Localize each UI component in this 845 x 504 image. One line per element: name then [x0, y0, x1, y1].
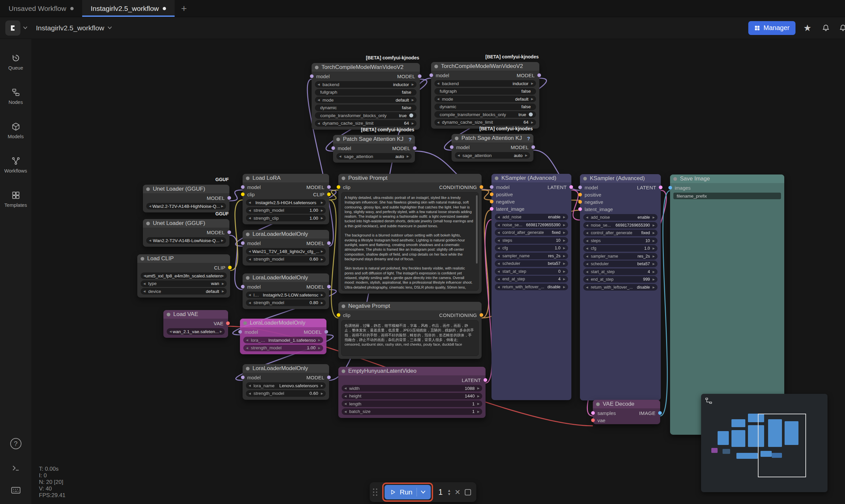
- decrement-arrow-icon[interactable]: ◀: [318, 122, 320, 125]
- increment-arrow-icon[interactable]: ▶: [653, 247, 655, 250]
- widget-mode[interactable]: ◀modedefault▶: [434, 96, 536, 102]
- decrement-arrow-icon[interactable]: ◀: [249, 392, 251, 395]
- decrement-arrow-icon[interactable]: ◀: [339, 155, 341, 158]
- input-slot-clip[interactable]: [337, 313, 340, 317]
- widget-return-with-leftover[interactable]: ◀return_with_leftover_...disable▶: [495, 284, 568, 290]
- collapse-dot-icon[interactable]: [341, 370, 345, 373]
- increment-arrow-icon[interactable]: ▶: [477, 395, 480, 398]
- decrement-arrow-icon[interactable]: ◀: [497, 254, 500, 258]
- widget-type[interactable]: ◀typewan▶: [141, 281, 227, 287]
- increment-arrow-icon[interactable]: ▶: [531, 121, 533, 124]
- node-header[interactable]: Unet Loader (GGUF): [143, 185, 229, 193]
- minimap-viewport[interactable]: [758, 414, 806, 478]
- help-button[interactable]: ?: [10, 438, 21, 449]
- decrement-arrow-icon[interactable]: ◀: [497, 215, 500, 219]
- widget-dynamo-cache-size-limit[interactable]: ◀dynamo_cache_size_limit64▶: [315, 120, 417, 127]
- collapse-dot-icon[interactable]: [596, 402, 600, 406]
- node-header[interactable]: Load CLIP: [137, 254, 230, 263]
- collapse-dot-icon[interactable]: [673, 177, 677, 181]
- widget-strength-model[interactable]: ◀strength_model1.00▶: [243, 345, 323, 351]
- widget-start-at-step[interactable]: ◀start_at_step0▶: [495, 268, 568, 275]
- output-slot-model[interactable]: [327, 285, 331, 289]
- input-slot-positive[interactable]: [578, 193, 582, 197]
- increment-arrow-icon[interactable]: ▶: [318, 338, 320, 342]
- widget-fullgraph[interactable]: fullgraphfalse: [315, 89, 417, 96]
- widget-width[interactable]: ◀width1088▶: [341, 385, 482, 392]
- scrollbar-thumb[interactable]: [476, 195, 478, 264]
- decrement-arrow-icon[interactable]: ◀: [497, 223, 500, 227]
- increment-arrow-icon[interactable]: ▶: [653, 231, 655, 235]
- node-header[interactable]: LoraLoaderModelOnly: [243, 273, 329, 282]
- input-slot-latent-image[interactable]: [490, 207, 493, 211]
- collapse-dot-icon[interactable]: [141, 257, 144, 260]
- widget-return-with-leftover[interactable]: ◀return_with_leftover_...disable▶: [583, 284, 657, 291]
- decrement-arrow-icon[interactable]: ◀: [586, 270, 588, 273]
- new-tab-button[interactable]: +: [175, 0, 193, 17]
- collapse-dot-icon[interactable]: [146, 222, 150, 225]
- widget-end-at-step[interactable]: ◀end_at_step999▶: [583, 276, 657, 283]
- comfyui-logo[interactable]: [5, 20, 20, 36]
- decrement-arrow-icon[interactable]: ◀: [149, 239, 151, 242]
- increment-arrow-icon[interactable]: ▶: [321, 293, 323, 296]
- decrement-arrow-icon[interactable]: ◀: [249, 216, 251, 220]
- increment-arrow-icon[interactable]: ▶: [563, 223, 565, 227]
- decrement-arrow-icon[interactable]: ◀: [246, 346, 248, 349]
- node-load-lora[interactable]: Load LoRAmodelMODELclipCLIP◀Instagirlv2.…: [243, 174, 329, 224]
- decrement-arrow-icon[interactable]: ◀: [586, 216, 588, 219]
- increment-arrow-icon[interactable]: ▶: [653, 216, 655, 219]
- widget-steps[interactable]: ◀steps10▶: [583, 237, 657, 244]
- decrement-arrow-icon[interactable]: ◀: [149, 204, 151, 208]
- prompt-text[interactable]: 色调艳丽，过曝，静态，细节模糊不清，字幕，风格，作品，画作，画面，静止，整体发灰…: [341, 320, 479, 356]
- sidebar-item-models[interactable]: Models: [0, 113, 31, 148]
- increment-arrow-icon[interactable]: ▶: [321, 258, 323, 261]
- node-header[interactable]: Positive Prompt: [338, 174, 481, 182]
- decrement-arrow-icon[interactable]: ◀: [497, 262, 500, 265]
- decrement-arrow-icon[interactable]: ◀: [169, 330, 172, 333]
- decrement-arrow-icon[interactable]: ◀: [318, 83, 320, 86]
- output-slot-model[interactable]: [327, 185, 331, 189]
- batch-count-stepper[interactable]: ▴ ▾: [448, 488, 451, 496]
- node-header[interactable]: LoraLoaderModelOnly: [243, 230, 329, 238]
- output-slot-latent[interactable]: [569, 185, 573, 189]
- widget-height[interactable]: ◀height1440▶: [341, 393, 482, 399]
- batch-count-input[interactable]: 1: [438, 488, 444, 497]
- increment-arrow-icon[interactable]: ▶: [321, 392, 323, 395]
- increment-arrow-icon[interactable]: ▶: [563, 215, 565, 219]
- stepper-down-icon[interactable]: ▾: [448, 492, 451, 496]
- increment-arrow-icon[interactable]: ▶: [525, 154, 527, 157]
- output-slot-vae[interactable]: [226, 322, 230, 325]
- widget-sage-attention[interactable]: ◀sage_attentionauto▶: [336, 153, 411, 160]
- collapse-dot-icon[interactable]: [246, 233, 249, 236]
- collapse-dot-icon[interactable]: [495, 177, 498, 180]
- keyboard-icon[interactable]: [11, 487, 20, 494]
- widget-start-at-step[interactable]: ◀start_at_step4▶: [583, 269, 657, 275]
- increment-arrow-icon[interactable]: ▶: [563, 285, 565, 289]
- decrement-arrow-icon[interactable]: ◀: [586, 231, 588, 235]
- widget-compile-transformer-blocks-only[interactable]: compile_transformer_blocks_onlytrue: [315, 112, 417, 119]
- decrement-arrow-icon[interactable]: ◀: [249, 384, 251, 387]
- node-header[interactable]: Patch Sage Attention KJ?: [333, 135, 415, 143]
- output-slot-image[interactable]: [658, 411, 662, 415]
- node-header[interactable]: LoraLoaderModelOnly: [243, 364, 329, 373]
- input-slot-model[interactable]: [241, 376, 245, 379]
- sidebar-item-workflows[interactable]: Workflows: [0, 148, 31, 182]
- input-slot-model[interactable]: [429, 74, 433, 77]
- input-slot-images[interactable]: [668, 186, 672, 190]
- output-slot-conditioning[interactable]: [480, 185, 483, 189]
- output-slot-model[interactable]: [538, 74, 541, 77]
- node-unet-loader-gguf[interactable]: GGUFUnet Loader (GGUF)MODEL◀Wan2.2-T2V-A…: [143, 185, 229, 212]
- node-vae-decode[interactable]: VAE DecodesamplesIMAGEvae: [593, 400, 660, 424]
- input-slot-model[interactable]: [578, 186, 582, 189]
- decrement-arrow-icon[interactable]: ◀: [344, 395, 347, 398]
- tab-unsaved-workflow[interactable]: Unsaved Workflow: [0, 0, 82, 17]
- tab-instagirl-workflow[interactable]: Instagirlv2.5_workflow: [82, 0, 175, 17]
- increment-arrow-icon[interactable]: ▶: [222, 274, 224, 277]
- increment-arrow-icon[interactable]: ▶: [221, 239, 224, 242]
- decrement-arrow-icon[interactable]: ◀: [497, 270, 500, 273]
- increment-arrow-icon[interactable]: ▶: [653, 278, 655, 281]
- widget-scheduler[interactable]: ◀schedulerbeta57▶: [495, 260, 568, 267]
- decrement-arrow-icon[interactable]: ◀: [586, 255, 588, 258]
- widget-lora-name[interactable]: ◀lora_nameLenovo.safetensors▶: [246, 382, 326, 389]
- node-header[interactable]: VAE Decode: [593, 400, 660, 408]
- increment-arrow-icon[interactable]: ▶: [531, 97, 533, 101]
